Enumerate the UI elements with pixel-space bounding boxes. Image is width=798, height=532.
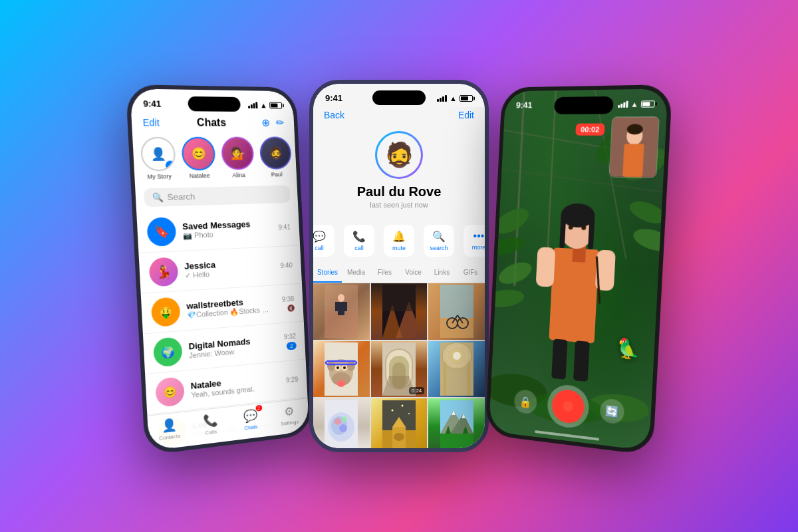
tab-settings-label: Settings <box>281 419 299 427</box>
edit-button[interactable]: Edit <box>142 116 160 128</box>
phone-frame-3: 9:41 ▲ 00:02 <box>485 84 672 456</box>
media-cell-6[interactable] <box>313 398 370 448</box>
svg-point-43 <box>334 418 341 425</box>
header-icons: ⊕ ✏ <box>261 116 285 129</box>
profile-tab-gifs[interactable]: GIFs <box>456 263 485 283</box>
story-my[interactable]: 👤 + My Story <box>140 137 178 180</box>
chat-info-emma: Emma I hope you're enjoying your day as … <box>194 448 284 451</box>
profile-tab-stories[interactable]: Stories <box>313 263 342 283</box>
tab-calls[interactable]: 📞 Calls <box>194 412 227 438</box>
svg-rect-88 <box>559 215 566 248</box>
bar2 <box>251 104 253 108</box>
media-inner-7 <box>371 398 428 448</box>
profile-tab-media[interactable]: Media <box>342 263 370 283</box>
signal-icon-2 <box>437 95 447 102</box>
wifi-icon-2: ▲ <box>450 94 457 102</box>
new-chat-icon[interactable]: ⊕ <box>261 116 270 129</box>
pip-inner <box>610 117 659 178</box>
compose-icon[interactable]: ✏ <box>276 116 285 129</box>
chat-name-emma: Emma <box>194 448 283 451</box>
status-icons-2: ▲ <box>437 94 473 102</box>
story-avatar-alina: 💁 <box>221 137 255 170</box>
profile-edit-button[interactable]: Edit <box>458 110 474 120</box>
story-paul[interactable]: 🧔 Paul <box>259 137 293 178</box>
phone-call-icon: 📞 <box>352 230 366 243</box>
chat-avatar-natalee: 😊 <box>155 376 185 408</box>
media-cell-2[interactable] <box>428 283 485 340</box>
media-cell-7[interactable] <box>371 398 428 448</box>
media-cell-1[interactable] <box>371 283 428 340</box>
tab-chats[interactable]: 💬 2 Chats <box>234 407 267 432</box>
svg-rect-38 <box>467 362 470 396</box>
svg-rect-55 <box>440 434 473 448</box>
battery-fill-1 <box>271 103 278 107</box>
svg-point-24 <box>337 380 345 387</box>
media-cell-8[interactable] <box>428 398 485 448</box>
profile-avatar-emoji: 🧔 <box>384 141 414 169</box>
story-natalee[interactable]: 😊 Natalee <box>180 137 217 180</box>
svg-rect-82 <box>549 247 598 343</box>
tab-calls-label: Calls <box>205 428 217 436</box>
profile-tab-voice[interactable]: Voice <box>399 263 428 283</box>
media-grid: 0:24 <box>313 283 485 448</box>
story-alina[interactable]: 💁 Alina <box>220 137 255 179</box>
story-avatar-natalee: 😊 <box>181 137 215 171</box>
search-placeholder: Search <box>167 192 195 202</box>
action-more[interactable]: ••• more <box>464 225 485 257</box>
story-emma[interactable]: 👩 Emma <box>296 136 297 177</box>
record-button[interactable] <box>547 383 590 430</box>
profile-tab-files[interactable]: Files <box>370 263 399 283</box>
settings-icon: ⚙ <box>284 404 295 419</box>
battery-icon-1 <box>269 102 282 108</box>
media-cell-5[interactable] <box>428 341 485 398</box>
profile-name: Paul du Rove <box>357 184 442 200</box>
chat-info-natalee: Natalee Yeah, sounds great. <box>190 372 280 398</box>
flip-button[interactable]: 🔄 <box>600 398 625 424</box>
chat-time-nomads: 9:32 <box>284 332 297 340</box>
chat-meta-natalee: 9:29 <box>286 375 299 383</box>
signal-icon-3 <box>618 100 628 107</box>
more-icon: ••• <box>473 230 485 242</box>
search-bar[interactable]: 🔍 Search <box>144 186 291 207</box>
action-call-label-2: call <box>354 245 364 251</box>
bar1 <box>248 106 250 108</box>
lock-button[interactable]: 🔒 <box>513 389 537 415</box>
video-duration-4: 0:24 <box>409 387 425 394</box>
muted-icon-wsb: 🔇 <box>287 304 295 311</box>
chats-header: Edit Chats ⊕ ✏ <box>131 113 295 134</box>
bar2-3 <box>620 103 622 107</box>
battery-icon-3 <box>641 100 655 108</box>
action-more-label: more <box>472 244 485 251</box>
media-cell-0[interactable] <box>313 283 370 340</box>
svg-rect-84 <box>536 247 556 287</box>
media-cell-4[interactable]: 0:24 <box>371 341 428 398</box>
tab-badge-chats: 💬 2 <box>243 408 257 424</box>
search-icon: 🔍 <box>152 192 164 203</box>
story-name-1: Natalee <box>190 172 210 180</box>
my-story-avatar: 👤 + <box>140 137 176 172</box>
chat-meta-saved: 9:41 <box>278 223 291 231</box>
tab-settings[interactable]: ⚙ Settings <box>273 403 305 428</box>
chat-info-wsb: wallstreetbets 💎Collection 🔥Stocks 🥸 Mem… <box>186 295 277 320</box>
tab-contacts[interactable]: 👤 Contacts <box>152 416 187 442</box>
action-search[interactable]: 🔍 search <box>424 225 454 257</box>
story-avatar-paul: 🧔 <box>259 137 292 170</box>
chat-avatar-jessica: 💃 <box>148 257 178 287</box>
action-mute[interactable]: 🔔 mute <box>384 225 414 257</box>
profile-tab-links[interactable]: Links <box>428 263 456 283</box>
action-message[interactable]: 💬 call <box>313 225 334 257</box>
chat-info-nomads: Digital Nomads Jennie: Woow <box>188 334 279 359</box>
chat-meta-jessica: 9:40 <box>280 261 293 269</box>
bar4 <box>255 102 257 108</box>
chat-info-saved: Saved Messages 📷 Photo <box>182 218 273 240</box>
action-call[interactable]: 📞 call <box>344 225 374 257</box>
svg-rect-94 <box>573 340 590 382</box>
media-inner-2 <box>428 283 485 340</box>
media-inner-5 <box>428 341 485 398</box>
status-icons-3: ▲ <box>618 100 655 108</box>
media-cell-3[interactable] <box>313 341 370 398</box>
back-button[interactable]: Back <box>324 110 344 120</box>
add-story-btn[interactable]: + <box>165 160 176 172</box>
action-buttons: 💬 call 📞 call 🔔 mute 🔍 search ••• <box>313 218 485 263</box>
chats-tab-icon: 💬 <box>243 409 258 424</box>
